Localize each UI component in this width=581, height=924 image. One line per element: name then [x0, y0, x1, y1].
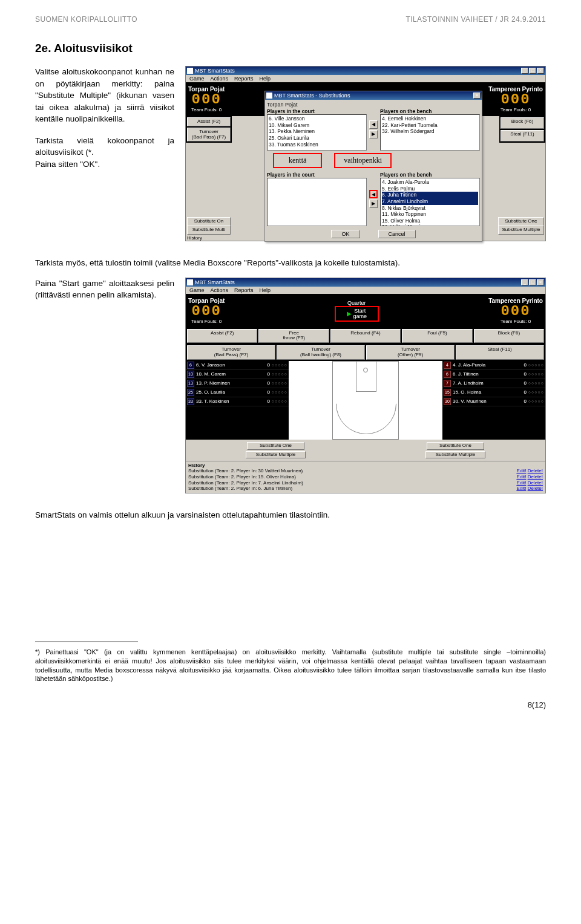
- player-number: 15: [444, 389, 451, 396]
- para-2: Tarkista vielä kokoonpanot ja aloitusvii…: [35, 135, 174, 171]
- close-button-2[interactable]: ×: [537, 279, 544, 285]
- history-edit-link[interactable]: Edit!: [516, 480, 526, 486]
- player-stat: 0: [520, 371, 527, 377]
- menu-help-2[interactable]: Help: [260, 287, 271, 293]
- player-row[interactable]: 3333. T. Koskinen0○○○○○: [186, 397, 289, 406]
- maximize-button[interactable]: □: [529, 68, 536, 74]
- substitute-one-button-r[interactable]: Substitute One: [498, 217, 544, 226]
- player-row[interactable]: 1515. O. Holma0○○○○○: [442, 388, 545, 397]
- minimize-button-2[interactable]: _: [521, 279, 528, 285]
- player-stat: 0: [264, 371, 270, 377]
- sub-one-left[interactable]: Substitute One: [247, 442, 304, 450]
- sub-one-right[interactable]: Substitute One: [427, 442, 484, 450]
- maximize-button-2[interactable]: □: [529, 279, 536, 285]
- history-delete-link[interactable]: Delete!: [528, 468, 543, 473]
- team-b-fouls: Team Fouls: 0: [488, 107, 543, 112]
- team-a-fouls: Team Fouls: 0: [188, 107, 225, 112]
- move-right-button-b[interactable]: ▶: [369, 200, 378, 208]
- rebound-button[interactable]: Rebound (F4): [330, 329, 401, 343]
- minimize-button[interactable]: _: [521, 68, 528, 74]
- player-row[interactable]: 3030. V. Muurinen0○○○○○: [442, 397, 545, 406]
- player-row[interactable]: 1313. P. Nieminen0○○○○○: [186, 379, 289, 388]
- player-row[interactable]: 1010. M. Garem0○○○○○: [186, 370, 289, 379]
- app-icon-2: [187, 279, 193, 285]
- player-row[interactable]: 66. J. Tiitinen0○○○○○: [442, 370, 545, 379]
- start-game-button[interactable]: ▶ Start game: [335, 306, 379, 322]
- team-b-score-2: 000: [488, 304, 543, 319]
- bench-listbox-a[interactable]: 4. Eemeli Hokkinen 22. Kari-Petteri Tuom…: [380, 114, 480, 151]
- history-edit-link[interactable]: Edit!: [516, 474, 526, 480]
- header-left: SUOMEN KORIPALLOLIITTO: [35, 15, 137, 24]
- menu-actions[interactable]: Actions: [211, 76, 229, 82]
- assist-button[interactable]: Assist (F2): [187, 117, 231, 126]
- block-button-2[interactable]: Block (F6): [474, 329, 544, 343]
- menu-help[interactable]: Help: [260, 76, 271, 82]
- foul-button[interactable]: Foul (F5): [402, 329, 472, 343]
- player-number: 6: [444, 371, 451, 378]
- foul-dots: ○○○○○: [528, 390, 544, 394]
- dialog-team-a-label: Torpan Pojat: [267, 102, 480, 108]
- assist-button-2[interactable]: Assist (F2): [187, 329, 257, 343]
- dialog-close-button[interactable]: ×: [473, 93, 481, 99]
- para-1: Valitse aloituskokoonpanot kunhan ne on …: [35, 66, 174, 125]
- menu-actions-2[interactable]: Actions: [211, 287, 229, 293]
- player-name: 33. T. Koskinen: [196, 399, 262, 404]
- smartstats-window-1: MBT SmartStats _ □ × Game Actions Report…: [185, 66, 546, 241]
- foul-dots: ○○○○○: [528, 381, 544, 385]
- menu-game-2[interactable]: Game: [189, 287, 205, 293]
- block-button[interactable]: Block (F6): [501, 117, 544, 129]
- player-stat: 0: [264, 399, 270, 404]
- substitutions-dialog: MBT SmartStats - Substitutions × Torpan …: [264, 91, 482, 242]
- para-5: SmartStats on valmis ottelun alkuun ja v…: [35, 509, 546, 521]
- court-listbox-b[interactable]: [267, 178, 367, 226]
- player-name: 6. J. Tiitinen: [453, 371, 519, 377]
- header-right: TILASTOINNIN VAIHEET / JR 24.9.2011: [406, 15, 546, 24]
- close-button[interactable]: ×: [537, 68, 544, 74]
- history-delete-link[interactable]: Delete!: [528, 480, 543, 486]
- player-row[interactable]: 66. V. Jansson0○○○○○: [186, 361, 289, 370]
- dialog-icon: [266, 93, 272, 99]
- turnover-ballhandling-button[interactable]: Turnover (Ball handling) (F8): [277, 345, 365, 360]
- player-stat: 0: [520, 399, 527, 404]
- substitute-multi-button[interactable]: Substitute Multi: [187, 226, 231, 235]
- bench-listbox-b[interactable]: 4. Joakim Ala-Purola 5. Eelis Palmu 6. J…: [380, 178, 480, 226]
- turnover-badpass-button-2[interactable]: Turnover (Bad Pass) (F7): [187, 345, 275, 360]
- player-row[interactable]: 44. J. Ala-Purola0○○○○○: [442, 361, 545, 370]
- player-name: 25. O. Laurila: [196, 389, 262, 395]
- move-left-button-b[interactable]: ◀: [369, 190, 378, 198]
- foul-dots: ○○○○○: [272, 399, 287, 403]
- annot-vaihtopenkki: vaihtopenkki: [334, 153, 392, 168]
- move-right-button[interactable]: ▶: [369, 130, 378, 138]
- sub-multiple-right[interactable]: Substitute Multiple: [425, 451, 485, 459]
- roster-b: 44. J. Ala-Purola0○○○○○66. J. Tiitinen0○…: [442, 361, 545, 440]
- turnover-badpass-button[interactable]: Turnover (Bad Pass) (F7): [187, 128, 231, 142]
- ok-button[interactable]: OK: [331, 230, 359, 238]
- court-area[interactable]: [289, 361, 442, 440]
- player-number: 13: [187, 380, 194, 387]
- player-row[interactable]: 2525. O. Laurila0○○○○○: [186, 388, 289, 397]
- history-edit-link[interactable]: Edit!: [516, 468, 526, 473]
- court-diagram: [332, 361, 399, 440]
- steal-button-2[interactable]: Steal (F11): [456, 345, 544, 360]
- freethrow-button[interactable]: Free throw (F3): [258, 329, 329, 343]
- menubar: Game Actions Reports Help: [186, 75, 545, 82]
- move-left-button[interactable]: ◀: [369, 120, 378, 129]
- col-court-header-a: Players in the court: [267, 108, 367, 114]
- player-name: 30. V. Muurinen: [453, 399, 519, 404]
- menu-game[interactable]: Game: [189, 76, 205, 82]
- substitute-multiple-button-r[interactable]: Substitue Multiple: [498, 226, 544, 235]
- menu-reports-2[interactable]: Reports: [234, 287, 254, 293]
- turnover-other-button[interactable]: Turnover (Other) (F9): [366, 345, 455, 360]
- menu-reports[interactable]: Reports: [234, 76, 254, 82]
- history-delete-link[interactable]: Delete!: [528, 474, 543, 480]
- court-listbox-a[interactable]: 6. Ville Jansson 10. Mikael Garem 13. Pe…: [267, 114, 367, 151]
- substitute-on-button[interactable]: Substitute On: [187, 217, 231, 226]
- cancel-button[interactable]: Cancel: [378, 230, 416, 238]
- sub-multiple-left[interactable]: Substitute Multiple: [246, 451, 306, 459]
- history-delete-link[interactable]: Delete!: [528, 486, 543, 491]
- player-row[interactable]: 77. A. Lindholm0○○○○○: [442, 379, 545, 388]
- history-edit-link[interactable]: Edit!: [516, 486, 526, 491]
- col-bench-header-b: Players on the bench: [380, 172, 480, 178]
- history-row: Substitution (Team: 2. Player In: 7. Ans…: [188, 480, 543, 486]
- steal-button[interactable]: Steal (F11): [501, 130, 544, 142]
